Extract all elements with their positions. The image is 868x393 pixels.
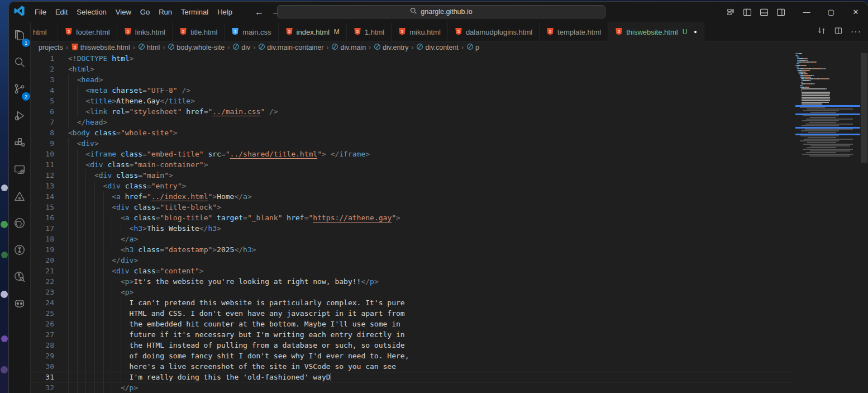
code-line-1[interactable]: 1<!DOCTYPE html> xyxy=(31,53,795,64)
tab-miku.html[interactable]: 5miku.html xyxy=(392,22,448,41)
code-line-27[interactable]: 27future if it's necessary but I'm writi… xyxy=(31,329,795,340)
tab-footer.html[interactable]: 5footer.html xyxy=(58,22,117,41)
line-number[interactable]: 3 xyxy=(31,74,54,85)
tab-title.html[interactable]: 5title.html xyxy=(173,22,225,41)
code-line-26[interactable]: 26the embedded hit counter at the bottom… xyxy=(31,319,795,329)
code-line-28[interactable]: 28the HTML instead of pulling from a dat… xyxy=(31,340,795,351)
code-line-12[interactable]: 12<div class="main"> xyxy=(31,170,795,181)
maximize-button[interactable]: ▢ xyxy=(819,2,843,22)
code-line-19[interactable]: 19<h3 class="datestamp">2025</h3> xyxy=(31,244,795,255)
line-number[interactable]: 5 xyxy=(31,96,54,106)
tab-html[interactable]: html xyxy=(31,22,58,41)
line-number[interactable]: 32 xyxy=(31,382,54,393)
line-number[interactable]: 27 xyxy=(31,329,54,340)
vertical-scrollbar[interactable] xyxy=(860,53,868,393)
code-line-14[interactable]: 14<a href="../index.html">Home</a> xyxy=(31,191,795,202)
code-line-5[interactable]: 5<title>Athene.Gay</title> xyxy=(31,96,795,106)
activity-gitlens[interactable] xyxy=(10,242,29,261)
line-number[interactable]: 9 xyxy=(31,138,54,149)
line-number[interactable]: 6 xyxy=(31,106,54,117)
line-number[interactable]: 22 xyxy=(31,276,54,287)
crumb-div[interactable]: div xyxy=(232,43,250,52)
code-line-23[interactable]: 23<p> xyxy=(31,287,795,297)
tab-links.html[interactable]: 5links.html xyxy=(117,22,173,41)
line-number[interactable]: 16 xyxy=(31,212,54,223)
code-line-17[interactable]: 17<h3>This Website</h3> xyxy=(31,223,795,234)
line-number[interactable]: 11 xyxy=(31,159,54,170)
tab-dalamudplugins.html[interactable]: 5dalamudplugins.html xyxy=(448,22,540,41)
activity-github[interactable] xyxy=(10,215,29,234)
customize-layout-icon[interactable] xyxy=(725,7,736,18)
line-number[interactable]: 18 xyxy=(31,234,54,244)
menu-go[interactable]: Go xyxy=(136,6,154,18)
menu-help[interactable]: Help xyxy=(213,6,237,18)
tab-thiswebsite.html[interactable]: 5thiswebsite.htmlU● xyxy=(608,22,704,42)
code-line-25[interactable]: 25HTML and CSS. I don't even have any ja… xyxy=(31,308,795,319)
line-number[interactable]: 7 xyxy=(31,117,54,127)
split-editor-icon[interactable] xyxy=(834,26,843,37)
line-number[interactable]: 15 xyxy=(31,202,54,212)
code-line-22[interactable]: 22<p>It's the website you're looking at … xyxy=(31,276,795,287)
code-line-7[interactable]: 7</head> xyxy=(31,117,795,127)
crumb-div.entry[interactable]: div.entry xyxy=(374,43,408,52)
activity-remote-explorer[interactable] xyxy=(10,161,29,180)
crumb-root[interactable]: projects xyxy=(39,44,63,51)
minimap[interactable] xyxy=(795,53,860,393)
code-line-9[interactable]: 9<div> xyxy=(31,138,795,149)
close-button[interactable]: ✕ xyxy=(843,2,868,22)
line-number[interactable]: 30 xyxy=(31,361,54,372)
toggle-secondary-sidebar-icon[interactable] xyxy=(775,7,786,18)
code-line-11[interactable]: 11<div class="main-container"> xyxy=(31,159,795,170)
open-changes-icon[interactable] xyxy=(817,26,826,37)
line-number[interactable]: 4 xyxy=(31,85,54,96)
tab-template.html[interactable]: 5template.html xyxy=(540,22,608,41)
line-number[interactable]: 25 xyxy=(31,308,54,319)
line-number[interactable]: 23 xyxy=(31,287,54,297)
code-line-24[interactable]: 24I can't pretend this website is partic… xyxy=(31,297,795,308)
code-line-8[interactable]: 8<body class="whole-site"> xyxy=(31,127,795,138)
code-line-2[interactable]: 2<html> xyxy=(31,64,795,74)
line-number[interactable]: 29 xyxy=(31,351,54,361)
line-number[interactable]: 14 xyxy=(31,191,54,202)
line-number[interactable]: 20 xyxy=(31,255,54,266)
menu-edit[interactable]: Edit xyxy=(51,6,72,18)
code-line-13[interactable]: 13<div class="entry"> xyxy=(31,181,795,191)
line-number[interactable]: 2 xyxy=(31,64,54,74)
command-center-search[interactable]: gnargle.github.io xyxy=(277,5,605,18)
menu-selection[interactable]: Selection xyxy=(72,6,111,18)
scrollbar-thumb[interactable] xyxy=(861,53,867,163)
line-number[interactable]: 13 xyxy=(31,181,54,191)
code-line-4[interactable]: 4<meta charset="UTF-8" /> xyxy=(31,85,795,96)
code-line-21[interactable]: 21<div class="content"> xyxy=(31,266,795,276)
menu-terminal[interactable]: Terminal xyxy=(177,6,213,18)
line-number[interactable]: 17 xyxy=(31,223,54,234)
line-number[interactable]: 26 xyxy=(31,319,54,329)
activity-gitlens-search[interactable] xyxy=(10,268,29,287)
code-line-6[interactable]: 6<link rel="stylesheet" href="../main.cs… xyxy=(31,106,795,117)
menu-file[interactable]: File xyxy=(30,6,51,18)
activity-explorer[interactable]: 1 xyxy=(10,27,29,46)
code-line-10[interactable]: 10<iframe class="embed-title" src="../sh… xyxy=(31,149,795,159)
line-number[interactable]: 31 xyxy=(31,372,54,382)
activity-search[interactable] xyxy=(10,54,29,73)
toggle-panel-icon[interactable] xyxy=(759,7,770,18)
line-number[interactable]: 8 xyxy=(31,127,54,138)
more-actions-icon[interactable]: ··· xyxy=(851,27,861,37)
crumb-body.whole-site[interactable]: body.whole-site xyxy=(168,43,225,52)
code-line-3[interactable]: 3<head> xyxy=(31,74,795,85)
code-line-29[interactable]: 29of doing some fancy shit I don't see w… xyxy=(31,351,795,361)
line-number[interactable]: 24 xyxy=(31,297,54,308)
tab-index.html[interactable]: 5index.htmlM xyxy=(279,22,347,41)
code-line-16[interactable]: 16<a class="blog-title" target="_blank" … xyxy=(31,212,795,223)
code-line-30[interactable]: 30here's a live screenshot of the site i… xyxy=(31,361,795,372)
minimize-button[interactable]: — xyxy=(794,2,819,22)
line-number[interactable]: 28 xyxy=(31,340,54,351)
code-line-18[interactable]: 18</a> xyxy=(31,234,795,244)
activity-triangle-extension[interactable] xyxy=(10,188,29,207)
nav-back-button[interactable]: ← xyxy=(255,7,264,17)
line-number[interactable]: 12 xyxy=(31,170,54,181)
toggle-primary-sidebar-icon[interactable] xyxy=(742,7,753,18)
menu-view[interactable]: View xyxy=(111,6,136,18)
crumb-div.main-container[interactable]: div.main-container xyxy=(258,43,323,52)
code-area[interactable]: 1<!DOCTYPE html>2<html>3<head>4<meta cha… xyxy=(31,53,795,393)
